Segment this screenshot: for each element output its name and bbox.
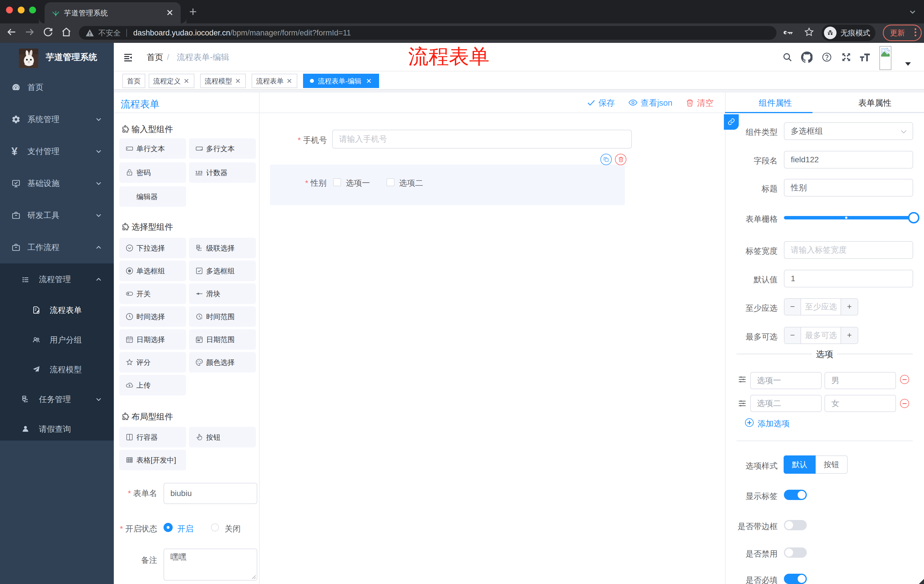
svg-text:123: 123 xyxy=(195,170,202,174)
